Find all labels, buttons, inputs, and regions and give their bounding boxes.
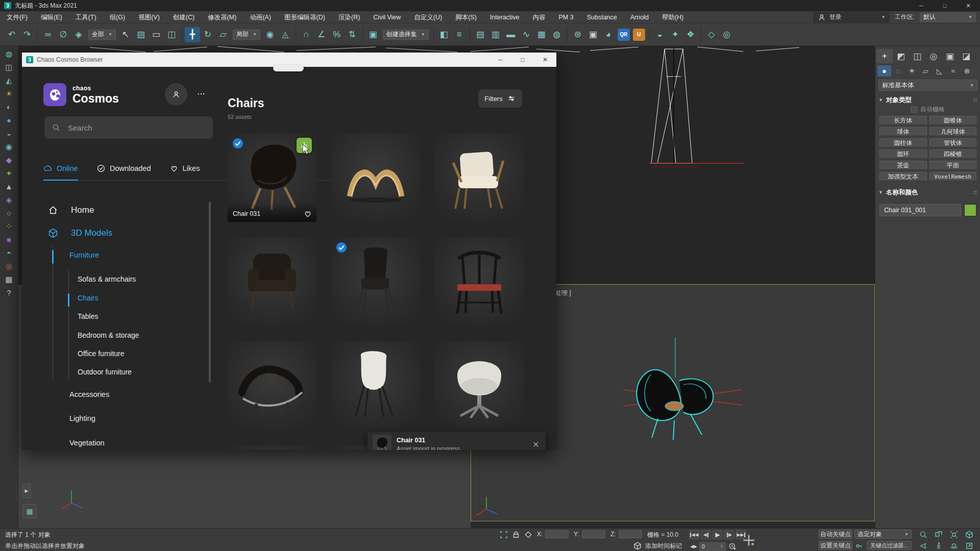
subtab-helpers[interactable]: ◺ <box>933 65 946 77</box>
asset-card[interactable] <box>435 133 524 222</box>
rollout-object-type[interactable]: ▼ 对象类型 ∷ <box>875 95 980 105</box>
sidebar-item-furniture[interactable]: Furniture <box>69 251 99 259</box>
autogrid-checkbox[interactable]: 自动栅格 <box>875 105 980 114</box>
sidebar-item-outdoor-furniture[interactable]: Outdoor furniture <box>78 368 132 376</box>
account-avatar[interactable] <box>165 83 187 106</box>
gem-icon[interactable]: ◈ <box>6 196 12 204</box>
search-input[interactable] <box>67 123 189 133</box>
usd-icon[interactable]: U <box>633 29 645 41</box>
create-button-4[interactable]: 圆柱体 <box>879 138 927 147</box>
create-button-2[interactable]: 球体 <box>879 127 927 136</box>
select-by-name-icon[interactable]: ▤ <box>133 27 149 42</box>
asset-card[interactable] <box>435 341 524 430</box>
select-and-move-icon[interactable]: ╋ <box>185 27 200 42</box>
absolute-offset-toggle-icon[interactable] <box>524 530 533 539</box>
zoom-all-icon[interactable] <box>934 530 943 539</box>
rectangular-selection-region-icon[interactable]: ▭ <box>149 27 164 42</box>
viewport-layout-tabs-button[interactable]: ▦ <box>22 504 37 518</box>
create-button-10[interactable]: 加强型文本 <box>879 172 927 181</box>
menu-item-1[interactable]: 编辑(E) <box>34 11 69 23</box>
subtab-systems[interactable]: ⊛ <box>960 65 974 77</box>
curve-editor-icon[interactable]: ∿ <box>519 27 534 42</box>
half-sphere-icon[interactable]: ◐ <box>7 103 11 111</box>
cosmos-minimize-button[interactable]: ─ <box>489 53 511 67</box>
sphere-cut-icon[interactable]: ◓ <box>7 249 11 257</box>
named-selection-sets-dropdown[interactable]: 创建选择集▼ <box>383 30 429 40</box>
close-button[interactable]: ✕ <box>957 0 980 11</box>
key-filters-button[interactable]: 关键点过滤器... <box>867 541 912 550</box>
angle-snap-toggle-icon[interactable]: ∠ <box>314 27 329 42</box>
slate-material-editor-icon[interactable]: ◍ <box>549 27 565 42</box>
create-button-5[interactable]: 管状体 <box>929 138 977 147</box>
scene-converter-icon[interactable]: ❖ <box>683 27 698 42</box>
asset-card[interactable] <box>435 237 524 326</box>
go-to-start-button[interactable]: ◀◀ <box>689 530 699 539</box>
redo-icon[interactable]: ↷ <box>19 27 35 42</box>
chaos-cosmos-browser-icon[interactable]: ◒ <box>652 27 668 42</box>
toast-close-icon[interactable] <box>531 440 541 449</box>
subtab-geometry[interactable]: ● <box>877 65 891 77</box>
previous-frame-button[interactable]: ◀ <box>701 530 711 539</box>
x-coordinate-field[interactable] <box>545 530 569 538</box>
selection-lock-icon[interactable] <box>511 530 521 539</box>
selected-object-dropdown[interactable]: 选定对象▼ <box>854 530 912 539</box>
undo-icon[interactable]: ↶ <box>4 27 19 42</box>
sidebar-item-chairs[interactable]: Chairs <box>78 294 98 302</box>
menu-item-14[interactable]: 内容 <box>526 11 552 23</box>
create-button-1[interactable]: 圆锥体 <box>929 116 977 125</box>
sidebar-item-home[interactable]: Home <box>47 205 94 216</box>
select-and-rotate-icon[interactable]: ↻ <box>200 27 215 42</box>
subtab-lights[interactable]: ☀ <box>905 65 919 77</box>
tab-likes[interactable]: Likes <box>169 164 200 180</box>
grid-tool-icon[interactable]: ▦ <box>5 276 12 283</box>
menu-item-18[interactable]: 帮助(H) <box>655 11 690 23</box>
subtab-shapes[interactable]: ◌ <box>891 65 905 77</box>
rendered-frame-window-icon[interactable]: ▣ <box>585 27 601 42</box>
snaps-toggle-icon[interactable]: ∩ <box>299 27 314 42</box>
more-options-icon[interactable] <box>197 89 206 98</box>
reference-coordinate-system-dropdown[interactable]: 局部▼ <box>233 30 260 40</box>
vray-tool-icon[interactable]: ✦ <box>668 27 683 42</box>
set-key-button[interactable]: 设置关键点 <box>819 541 852 550</box>
window-crossing-icon[interactable]: ◫ <box>164 27 179 42</box>
menu-item-4[interactable]: 视图(V) <box>132 11 166 23</box>
asset-card[interactable] <box>331 133 420 222</box>
menu-item-3[interactable]: 组(G) <box>103 11 132 23</box>
tab-create[interactable]: + <box>876 49 893 63</box>
create-button-9[interactable]: 平面 <box>929 161 977 170</box>
object-color-swatch[interactable] <box>964 204 976 216</box>
menu-item-9[interactable]: 渲染(R) <box>332 11 366 23</box>
misc-tool-icon[interactable]: ◎ <box>719 27 734 42</box>
cosmos-close-button[interactable]: ✕ <box>534 53 556 67</box>
expand-tray-button[interactable]: ▶ <box>22 484 31 498</box>
menu-item-2[interactable]: 工具(T) <box>69 11 103 23</box>
align-icon[interactable]: ≡ <box>452 27 467 42</box>
auto-key-button[interactable]: 自动关键点 <box>819 530 852 539</box>
menu-item-5[interactable]: 创建(C) <box>166 11 201 23</box>
selection-region-icon[interactable] <box>499 530 508 539</box>
menu-item-16[interactable]: Substance <box>580 11 624 23</box>
pottery-icon[interactable]: ◒ <box>7 130 11 137</box>
time-configuration-icon[interactable] <box>728 542 737 551</box>
toggle-scene-explorer-icon[interactable]: ▤ <box>473 27 488 42</box>
menu-item-15[interactable]: PM 3 <box>552 11 580 23</box>
current-frame-field[interactable]: 0⇅ <box>699 542 726 550</box>
key-mode-toggle-icon[interactable]: ◀▶ <box>690 544 697 549</box>
viewport-label[interactable]: 处理 ] <box>555 289 571 297</box>
add-time-tag[interactable]: 添加时间标记 <box>645 542 682 550</box>
next-frame-button[interactable]: ▶ <box>724 530 734 539</box>
login-dropdown[interactable]: 登录 ▼ <box>813 12 890 23</box>
cosmos-maximize-button[interactable]: □ <box>511 53 534 67</box>
tab-utilities[interactable]: ◪ <box>958 49 974 63</box>
y-coordinate-field[interactable] <box>582 530 605 538</box>
sidebar-item-lighting[interactable]: Lighting <box>69 414 95 422</box>
maximize-button[interactable]: □ <box>933 0 957 11</box>
tab-modify[interactable]: ◩ <box>893 49 909 63</box>
box-primitive-icon[interactable]: ◫ <box>5 63 12 71</box>
cube-tool-icon[interactable]: ■ <box>7 236 11 243</box>
render-production-icon[interactable]: ◕ <box>601 27 616 42</box>
create-button-6[interactable]: 圆环 <box>879 149 927 159</box>
subtab-space-warps[interactable]: ≈ <box>946 65 960 77</box>
material-ball-icon[interactable]: ◉ <box>6 143 12 151</box>
asset-card[interactable] <box>228 237 316 326</box>
